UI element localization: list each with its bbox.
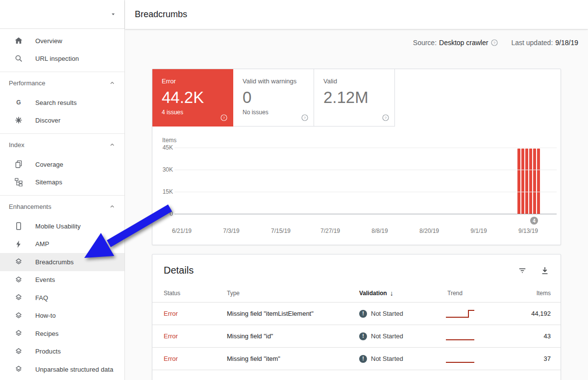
column-header-validation[interactable]: Validation ↓ bbox=[344, 289, 442, 297]
valid-with-warnings-card[interactable]: Valid with warnings 0 No issues bbox=[233, 69, 314, 127]
details-header: Details bbox=[152, 254, 561, 284]
sidebar-section-enhancements[interactable]: Enhancements bbox=[0, 196, 124, 217]
exclamation-badge-icon: ! bbox=[359, 310, 367, 318]
property-selector[interactable] bbox=[0, 0, 124, 29]
x-axis-tick: 6/21/19 bbox=[172, 228, 192, 234]
smartphone-icon bbox=[14, 221, 24, 231]
last-updated-info: Last updated: 9/18/19 bbox=[511, 39, 578, 47]
home-icon bbox=[14, 36, 24, 46]
table-row[interactable]: Error Missing field "itemListElement" ! … bbox=[152, 303, 561, 325]
search-console-app: Overview URL inspection Performance Sear… bbox=[0, 0, 588, 380]
details-panel: Details Status Type Validation ↓ Trend I… bbox=[152, 254, 561, 380]
main-area: Breadcrumbs Source: Desktop crawler Last… bbox=[125, 0, 588, 380]
items-bar-chart: Items 4 45K30K15K06/21/197/3/197/15/197/… bbox=[152, 127, 561, 245]
help-icon[interactable] bbox=[220, 114, 228, 122]
sidebar-item-faq[interactable]: FAQ bbox=[0, 289, 124, 307]
sidebar-item-events[interactable]: Events bbox=[0, 271, 124, 289]
error-bar bbox=[537, 149, 540, 214]
gridline bbox=[174, 192, 557, 192]
exclamation-badge-icon: ! bbox=[359, 332, 367, 340]
sidebar-item-products[interactable]: Products bbox=[0, 343, 124, 361]
report-header: Breadcrumbs bbox=[125, 0, 588, 29]
coverage-pages-icon bbox=[14, 159, 24, 169]
x-axis-tick: 9/13/19 bbox=[518, 228, 538, 234]
table-header-row: Status Type Validation ↓ Trend Items bbox=[152, 284, 561, 303]
gridline bbox=[174, 214, 557, 214]
summary-panel: Error 44.2K 4 issues Valid with warnings… bbox=[152, 69, 561, 245]
y-axis-label: Items bbox=[162, 137, 176, 144]
filter-icon[interactable] bbox=[517, 266, 527, 276]
y-axis-tick: 30K bbox=[152, 166, 173, 173]
x-axis-tick: 7/3/19 bbox=[223, 228, 239, 234]
report-content: Source: Desktop crawler Last updated: 9/… bbox=[125, 29, 588, 380]
column-header-items[interactable]: Items bbox=[526, 290, 551, 297]
structured-data-icon bbox=[14, 311, 24, 321]
structured-data-icon bbox=[14, 347, 24, 356]
sidebar: Overview URL inspection Performance Sear… bbox=[0, 0, 125, 380]
sidebar-item-coverage[interactable]: Coverage bbox=[0, 155, 124, 173]
sidebar-item-search-results[interactable]: Search results bbox=[0, 94, 124, 111]
sidebar-section-index[interactable]: Index bbox=[0, 134, 124, 155]
error-bar bbox=[525, 149, 528, 214]
column-header-type[interactable]: Type bbox=[227, 290, 344, 297]
error-card[interactable]: Error 44.2K 4 issues bbox=[152, 69, 233, 127]
report-meta: Source: Desktop crawler Last updated: 9/… bbox=[125, 29, 588, 69]
structured-data-icon bbox=[14, 364, 24, 374]
sidebar-item-breadcrumbs[interactable]: Breadcrumbs bbox=[0, 253, 124, 271]
y-axis-tick: 0 bbox=[152, 210, 173, 217]
amp-bolt-icon bbox=[14, 239, 24, 249]
google-g-icon bbox=[14, 98, 24, 107]
sidebar-item-sitemaps[interactable]: Sitemaps bbox=[0, 173, 124, 191]
structured-data-icon bbox=[14, 257, 24, 267]
sidebar-item-overview[interactable]: Overview bbox=[0, 32, 124, 50]
structured-data-icon bbox=[14, 293, 24, 303]
sidebar-item-discover[interactable]: Discover bbox=[0, 111, 124, 129]
discover-icon bbox=[14, 115, 24, 125]
error-bar bbox=[533, 149, 536, 214]
sidebar-item-unparsable-structured-data[interactable]: Unparsable structured data bbox=[0, 360, 124, 379]
download-icon[interactable] bbox=[540, 266, 550, 276]
sidebar-item-recipes[interactable]: Recipes bbox=[0, 325, 124, 343]
gridline bbox=[174, 148, 557, 148]
structured-data-icon bbox=[14, 275, 24, 285]
sidebar-item-amp[interactable]: AMP bbox=[0, 235, 124, 253]
details-title: Details bbox=[164, 265, 517, 276]
chevron-up-icon bbox=[109, 141, 116, 148]
trend-sparkline bbox=[442, 330, 526, 342]
chevron-up-icon bbox=[109, 203, 116, 210]
x-axis-tick: 8/8/19 bbox=[371, 228, 388, 234]
issue-count-badge[interactable]: 4 bbox=[530, 217, 538, 225]
table-row[interactable]: Error Missing field "id" ! Not Started 4… bbox=[152, 325, 561, 348]
x-axis-tick: 7/15/19 bbox=[271, 228, 291, 234]
error-bar bbox=[517, 149, 520, 214]
help-icon[interactable] bbox=[301, 114, 309, 122]
trend-sparkline bbox=[442, 308, 526, 320]
caret-down-icon bbox=[110, 11, 117, 18]
y-axis-tick: 45K bbox=[152, 144, 173, 151]
sidebar-item-url-inspection[interactable]: URL inspection bbox=[0, 50, 124, 67]
x-axis-tick: 9/1/19 bbox=[470, 228, 487, 234]
sitemaps-tree-icon bbox=[14, 177, 24, 187]
table-row[interactable]: Error Missing field "item" ! Not Started… bbox=[152, 348, 561, 370]
valid-card[interactable]: Valid 2.12M bbox=[314, 69, 395, 127]
help-icon[interactable] bbox=[382, 114, 390, 122]
source-info: Source: Desktop crawler bbox=[413, 39, 499, 47]
trend-sparkline bbox=[442, 353, 526, 365]
y-axis-tick: 15K bbox=[152, 188, 173, 195]
exclamation-badge-icon: ! bbox=[359, 355, 367, 363]
sidebar-item-mobile-usability[interactable]: Mobile Usability bbox=[0, 217, 124, 235]
error-bars bbox=[517, 148, 540, 214]
structured-data-icon bbox=[14, 329, 24, 338]
page-title: Breadcrumbs bbox=[135, 9, 187, 20]
sidebar-item-how-to[interactable]: How-to bbox=[0, 307, 124, 325]
column-header-trend[interactable]: Trend bbox=[442, 290, 526, 297]
search-icon bbox=[14, 53, 24, 63]
sort-desc-icon: ↓ bbox=[390, 289, 393, 297]
x-axis-tick: 7/27/19 bbox=[320, 228, 340, 234]
column-header-status[interactable]: Status bbox=[162, 290, 227, 297]
x-axis-tick: 8/20/19 bbox=[419, 228, 439, 234]
sidebar-nav: Overview URL inspection Performance Sear… bbox=[0, 29, 124, 379]
error-bar bbox=[529, 149, 532, 214]
help-icon[interactable] bbox=[490, 39, 498, 47]
sidebar-section-performance[interactable]: Performance bbox=[0, 72, 124, 94]
